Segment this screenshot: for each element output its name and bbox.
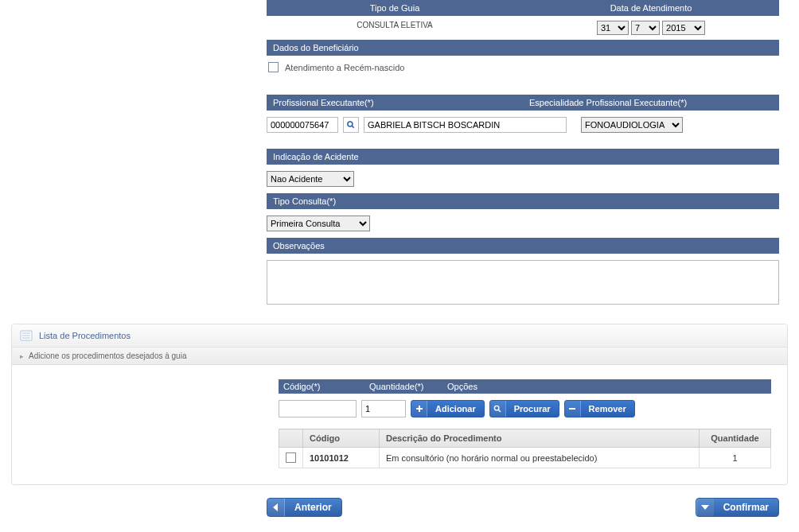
col-descricao: Descrição do Procedimento — [380, 429, 700, 448]
codigo-label: Código(*) — [283, 382, 369, 391]
arrow-left-icon — [273, 503, 279, 511]
recem-nascido-checkbox[interactable] — [268, 62, 279, 72]
svg-line-1 — [352, 126, 354, 128]
tipo-consulta-select[interactable]: Primeira Consulta — [267, 216, 370, 231]
profissional-name-input[interactable] — [364, 117, 567, 133]
date-year-select[interactable]: 2015 — [662, 21, 705, 35]
procurar-button[interactable]: Procurar — [489, 400, 559, 417]
acidente-select[interactable]: Nao Acidente — [267, 171, 354, 187]
observacoes-header: Observações — [267, 238, 779, 254]
tipo-guia-header: Tipo de Guia — [267, 0, 523, 16]
search-icon — [493, 405, 502, 414]
observacoes-textarea[interactable] — [267, 260, 779, 305]
confirmar-button[interactable]: Confirmar — [696, 498, 779, 517]
row-checkbox[interactable] — [286, 452, 296, 463]
minus-icon — [568, 405, 576, 413]
row-quantidade: 1 — [700, 448, 771, 468]
profissional-exec-header: Profissional Executante(*) — [267, 95, 523, 111]
table-row: 10101012 Em consultório (no horário norm… — [279, 448, 771, 468]
row-descricao: Em consultório (no horário normal ou pre… — [380, 448, 700, 468]
col-codigo: Código — [303, 429, 380, 448]
proc-code-input[interactable] — [279, 400, 357, 417]
anterior-button[interactable]: Anterior — [267, 498, 342, 517]
chevron-right-icon: ▸ — [20, 352, 24, 360]
data-atendimento-header: Data de Atendimento — [523, 0, 779, 16]
quantidade-label: Quantidade(*) — [369, 382, 447, 391]
especialidade-exec-header: Especialidade Profissional Executante(*) — [523, 95, 779, 111]
arrow-down-icon — [701, 503, 709, 511]
svg-point-0 — [348, 122, 353, 126]
adicionar-button[interactable]: Adicionar — [411, 400, 485, 417]
dados-beneficiario-header: Dados do Beneficiário — [267, 40, 779, 56]
plus-icon — [415, 405, 423, 413]
svg-point-8 — [494, 406, 499, 410]
col-quantidade: Quantidade — [700, 429, 771, 448]
search-icon — [346, 120, 356, 130]
list-icon — [20, 329, 33, 342]
lista-procedimentos-title: Lista de Procedimentos — [39, 331, 131, 340]
recem-nascido-label: Atendimento a Recém-nascido — [285, 63, 404, 72]
date-day-select[interactable]: 31 — [597, 21, 629, 35]
opcoes-label: Opções — [447, 382, 477, 391]
svg-line-9 — [498, 410, 501, 412]
date-month-select[interactable]: 7 — [631, 21, 660, 35]
profissional-code-input[interactable] — [267, 117, 338, 133]
svg-marker-12 — [701, 505, 709, 510]
proc-qty-input[interactable] — [361, 400, 406, 417]
svg-marker-11 — [273, 503, 278, 511]
adicione-proc-label: Adicione os procedimentos desejados à gu… — [29, 351, 186, 360]
lista-procedimentos-panel: Lista de Procedimentos ▸ Adicione os pro… — [11, 324, 788, 485]
especialidade-select[interactable]: FONOAUDIOLOGIA — [581, 117, 683, 133]
indicacao-acidente-header: Indicação de Acidente — [267, 149, 779, 165]
row-codigo: 10101012 — [303, 448, 380, 468]
profissional-lookup-button[interactable] — [343, 117, 359, 133]
tipo-consulta-header: Tipo Consulta(*) — [267, 193, 779, 209]
remover-button[interactable]: Remover — [564, 400, 635, 417]
tipo-guia-value: CONSULTA ELETIVA — [267, 16, 523, 34]
procedimentos-table: Código Descrição do Procedimento Quantid… — [279, 429, 771, 468]
